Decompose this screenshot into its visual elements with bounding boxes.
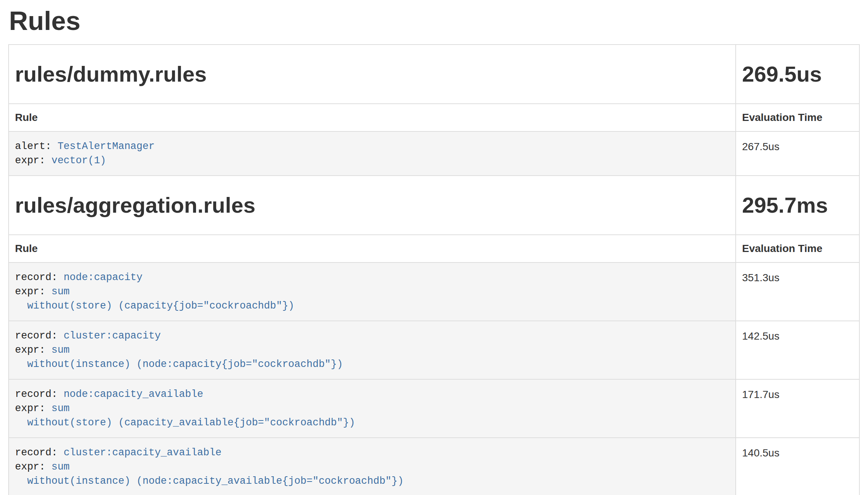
rule-expression-link[interactable]: sum without(store) (capacity_available{j… [15,403,355,428]
column-header-rule: Rule [9,104,736,131]
rule-group-file-name: rules/dummy.rules [15,62,729,86]
rule-group-file-name: rules/aggregation.rules [15,193,729,217]
rule-name-link[interactable]: cluster:capacity [64,330,161,341]
rule-code: record: cluster:capacity expr: sum witho… [15,329,729,371]
rule-name-link[interactable]: TestAlertManager [57,141,154,152]
rule-group-file-cell: rules/dummy.rules [9,45,736,104]
column-header-row: RuleEvaluation Time [9,235,859,262]
rule-kind-label: record: [15,447,57,458]
rule-code: record: cluster:capacity_available expr:… [15,446,729,488]
rule-name-link[interactable]: cluster:capacity_available [64,447,221,458]
rule-expression-link[interactable]: sum without(store) (capacity{job="cockro… [15,286,294,312]
expr-label: expr: [15,286,45,297]
rule-expression-link[interactable]: sum without(instance) (node:capacity{job… [15,344,343,370]
rule-kind-label: record: [15,389,57,400]
expr-label: expr: [15,155,45,166]
expr-label: expr: [15,344,45,356]
rule-kind-label: record: [15,272,57,283]
rule-evaluation-time: 171.7us [736,379,859,438]
rule-cell: record: cluster:capacity_available expr:… [9,438,736,495]
rule-name-link[interactable]: node:capacity_available [64,389,204,400]
rule-group-evaluation-total: 295.7ms [742,193,853,217]
rule-row: record: node:capacity expr: sum without(… [9,262,859,321]
rule-name-link[interactable]: node:capacity [64,272,143,283]
rule-row: record: node:capacity_available expr: su… [9,379,859,438]
expr-label: expr: [15,403,45,414]
rule-cell: record: node:capacity expr: sum without(… [9,262,736,321]
rule-code: record: node:capacity expr: sum without(… [15,270,729,313]
rule-cell: record: cluster:capacity expr: sum witho… [9,321,736,379]
column-header-evaluation-time: Evaluation Time [736,104,859,131]
rule-row: alert: TestAlertManager expr: vector(1)2… [9,131,859,176]
rule-cell: alert: TestAlertManager expr: vector(1) [9,131,736,176]
rule-group-evaluation-total: 269.5us [742,62,853,86]
rules-page: Rules rules/dummy.rules269.5usRuleEvalua… [0,7,868,495]
rule-group-file-cell: rules/aggregation.rules [9,176,736,235]
column-header-evaluation-time: Evaluation Time [736,235,859,262]
rule-group-evaluation-cell: 269.5us [736,45,859,104]
rules-table-body: rules/dummy.rules269.5usRuleEvaluation T… [9,45,859,495]
rule-row: record: cluster:capacity_available expr:… [9,438,859,495]
rule-evaluation-time: 142.5us [736,321,859,379]
page-title: Rules [9,7,860,35]
rule-evaluation-time: 140.5us [736,438,859,495]
rule-row: record: cluster:capacity expr: sum witho… [9,321,859,379]
rule-evaluation-time: 267.5us [736,131,859,176]
rule-group-row: rules/aggregation.rules295.7ms [9,176,859,235]
column-header-rule: Rule [9,235,736,262]
rules-table: rules/dummy.rules269.5usRuleEvaluation T… [8,44,860,495]
rule-expression-link[interactable]: sum without(instance) (node:capacity_ava… [15,461,404,487]
rule-code: alert: TestAlertManager expr: vector(1) [15,139,729,168]
rule-group-row: rules/dummy.rules269.5us [9,45,859,104]
rule-evaluation-time: 351.3us [736,262,859,321]
rule-kind-label: alert: [15,141,51,152]
column-header-row: RuleEvaluation Time [9,104,859,131]
rule-group-evaluation-cell: 295.7ms [736,176,859,235]
rule-cell: record: node:capacity_available expr: su… [9,379,736,438]
expr-label: expr: [15,461,45,473]
rule-expression-link[interactable]: vector(1) [51,155,106,166]
rule-code: record: node:capacity_available expr: su… [15,387,729,430]
rule-kind-label: record: [15,330,57,341]
